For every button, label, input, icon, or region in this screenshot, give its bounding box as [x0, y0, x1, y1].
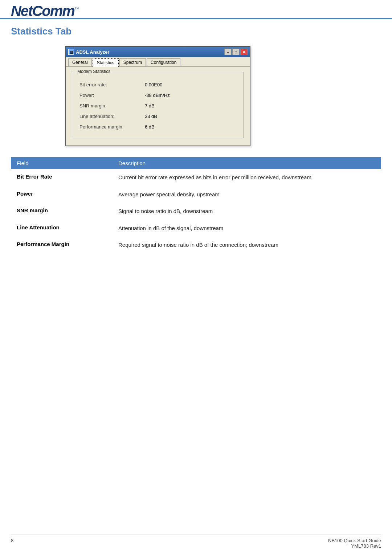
description-table: Field Description Bit Error Rate Current…: [11, 157, 381, 254]
stat-value-snr: 7 dB: [145, 103, 155, 109]
modem-statistics-group: Modem Statistics Bit error rate: 0.00E00…: [72, 72, 244, 138]
stat-row-snr: SNR margin: 7 dB: [77, 101, 238, 111]
stat-table: Bit error rate: 0.00E00 Power: -38 dBm/H…: [77, 79, 238, 132]
desc-snr-margin: Signal to noise ratio in dB, downstream: [118, 207, 375, 216]
stat-value-bit-error: 0.00E00: [145, 82, 162, 87]
footer-revision: YML783 Rev1: [328, 543, 381, 549]
tab-statistics[interactable]: Statistics: [93, 58, 119, 67]
col-header-field: Field: [17, 160, 118, 166]
field-power: Power: [17, 191, 118, 197]
stat-value-power: -38 dBm/Hz: [145, 93, 170, 98]
field-line-attenuation: Line Attenuation: [17, 224, 118, 230]
stat-row-power: Power: -38 dBm/Hz: [77, 90, 238, 101]
minimize-button[interactable]: –: [224, 49, 232, 55]
window-title-label: ADSL Analyzer: [76, 49, 109, 55]
footer: 8 NB100 Quick Start Guide YML783 Rev1: [11, 535, 381, 549]
stat-label-perf-margin: Performance margin:: [79, 124, 145, 130]
window-controls[interactable]: – □ ✕: [224, 49, 248, 55]
logo-net: Net: [11, 3, 32, 19]
tab-bar: General Statistics Spectrum Configuratio…: [66, 57, 250, 67]
tab-spectrum[interactable]: Spectrum: [119, 58, 146, 66]
stat-label-line-atten: Line attenuation:: [79, 114, 145, 119]
stat-label-power: Power:: [79, 93, 145, 98]
close-button[interactable]: ✕: [240, 49, 248, 55]
logo-comm: Comm: [32, 3, 74, 19]
logo-tm: ™: [74, 6, 79, 12]
table-row-snr: SNR margin Signal to noise ratio in dB, …: [17, 203, 375, 220]
field-snr-margin: SNR margin: [17, 207, 118, 213]
stat-row-perf-margin: Performance margin: 6 dB: [77, 122, 238, 132]
stat-row-bit-error: Bit error rate: 0.00E00: [77, 79, 238, 90]
table-row-bit-error: Bit Error Rate Current bit error rate ex…: [17, 169, 375, 186]
stat-label-bit-error: Bit error rate:: [79, 82, 145, 87]
restore-button[interactable]: □: [232, 49, 240, 55]
desc-bit-error-rate: Current bit error rate expressed as bits…: [118, 173, 375, 182]
tab-general[interactable]: General: [68, 58, 92, 66]
footer-page-number: 8: [11, 538, 13, 549]
window-titlebar: ▤ ADSL Analyzer – □ ✕: [66, 47, 250, 57]
col-header-description: Description: [118, 160, 375, 166]
stat-label-snr: SNR margin:: [79, 103, 145, 109]
footer-right: NB100 Quick Start Guide YML783 Rev1: [328, 538, 381, 549]
header: NetComm™: [0, 0, 392, 19]
table-row-power: Power Average power spectral density, up…: [17, 186, 375, 203]
stat-row-line-atten: Line attenuation: 33 dB: [77, 111, 238, 122]
table-header: Field Description: [11, 157, 381, 169]
field-performance-margin: Performance Margin: [17, 241, 118, 247]
desc-performance-margin: Required signal to noise ratio in dB of …: [118, 241, 375, 249]
page-title-section: Statistics Tab: [0, 19, 392, 42]
stat-value-perf-margin: 6 dB: [145, 124, 155, 130]
group-box-legend: Modem Statistics: [76, 69, 112, 74]
content-area: ▤ ADSL Analyzer – □ ✕ General Statistics…: [0, 42, 392, 261]
table-row-perf-margin: Performance Margin Required signal to no…: [17, 237, 375, 254]
table-row-line-atten: Line Attenuation Attenuation in dB of th…: [17, 220, 375, 237]
window-body: Modem Statistics Bit error rate: 0.00E00…: [66, 67, 250, 146]
footer-guide-title: NB100 Quick Start Guide: [328, 538, 381, 543]
logo-area: NetComm™: [11, 4, 79, 18]
field-bit-error-rate: Bit Error Rate: [17, 173, 118, 180]
tab-configuration[interactable]: Configuration: [147, 58, 180, 66]
stat-value-line-atten: 33 dB: [145, 114, 157, 119]
window-title: ▤ ADSL Analyzer: [68, 49, 109, 55]
netcomm-logo: NetComm™: [11, 4, 79, 18]
window-container: ▤ ADSL Analyzer – □ ✕ General Statistics…: [65, 46, 250, 146]
desc-power: Average power spectral density, upstream: [118, 191, 375, 199]
desc-line-attenuation: Attenuation in dB of the signal, downstr…: [118, 224, 375, 233]
window-app-icon: ▤: [68, 49, 74, 55]
table-body: Bit Error Rate Current bit error rate ex…: [11, 169, 381, 254]
page-title: Statistics Tab: [11, 26, 381, 37]
